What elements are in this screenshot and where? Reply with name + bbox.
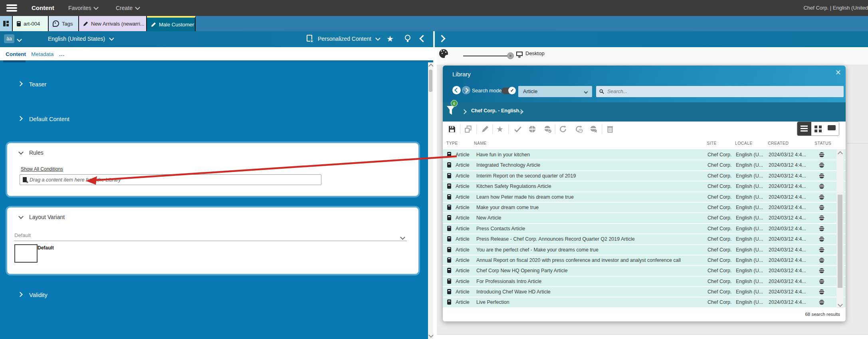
lightbulb-icon[interactable] [405, 35, 410, 40]
article-type-icon [447, 194, 451, 199]
content-mode-selector[interactable]: Personalized Content [318, 36, 380, 42]
table-row[interactable]: Article Learn how Peter made his dream c… [443, 192, 846, 202]
col-status[interactable]: STATUS [814, 141, 831, 146]
section-layout-variant[interactable]: Layout Variant [19, 214, 65, 220]
breadcrumb[interactable]: Chef Corp. - English... [471, 108, 523, 114]
publish-icon[interactable] [528, 125, 536, 133]
tab-tags[interactable]: Tags [49, 16, 79, 31]
table-row[interactable]: Article Interim Report on the second qua… [443, 171, 846, 181]
tab-art-004[interactable]: art-004 [13, 16, 49, 31]
section-rules[interactable]: Rules [19, 150, 44, 156]
create-menu[interactable]: Create [116, 5, 139, 11]
tab-metadata[interactable]: Metadata [31, 51, 54, 57]
scroll-up-icon[interactable] [838, 151, 843, 156]
collapse-left-icon[interactable] [419, 35, 426, 42]
device-slider-track [463, 56, 510, 56]
scroll-down-icon[interactable] [838, 302, 843, 307]
locale-switch-icon[interactable]: àa [4, 34, 14, 43]
table-row[interactable]: Article Chef Corp New HQ Opening Party A… [443, 266, 846, 275]
col-type[interactable]: TYPE [446, 141, 458, 146]
published-status-icon [819, 215, 824, 221]
table-row[interactable]: Article Live Perfection Chef Corp. Engli… [443, 297, 846, 307]
table-row[interactable]: Article Introducing Chef Wave HD Article… [443, 287, 846, 297]
table-row[interactable]: Article For Professionals Intro Article … [443, 277, 846, 286]
scrollbar-thumb[interactable] [429, 70, 432, 92]
published-status-icon [819, 194, 824, 200]
scroll-up-icon[interactable] [428, 64, 434, 69]
table-row[interactable]: Article Press Contacts Article Chef Corp… [443, 224, 846, 233]
scroll-down-icon[interactable] [428, 333, 434, 338]
filter-funnel-icon[interactable] [446, 106, 455, 116]
table-row[interactable]: Article You are the perfect chef - Make … [443, 245, 846, 255]
published-status-icon [819, 279, 824, 284]
table-row[interactable]: Article Kitchen Safety Regulations Artic… [443, 181, 846, 191]
bookmark-star-icon[interactable]: ★ [386, 34, 394, 44]
scrollbar-thumb[interactable] [838, 195, 842, 288]
section-teaser[interactable]: Teaser [18, 81, 46, 88]
device-slider-knob[interactable] [507, 52, 514, 59]
save-icon[interactable] [448, 125, 456, 133]
workflow-schedule-icon[interactable] [575, 125, 583, 133]
published-status-icon [819, 247, 824, 253]
history-back-button[interactable] [452, 86, 461, 94]
edit-icon[interactable] [481, 125, 489, 133]
article-type-icon [447, 215, 451, 220]
section-validity[interactable]: Validity [18, 292, 48, 298]
dashboard-tab[interactable] [0, 16, 13, 31]
copy-icon[interactable] [464, 125, 472, 133]
hamburger-menu-icon[interactable] [6, 4, 17, 12]
rules-dropzone[interactable]: Drag a content item here from the Librar… [20, 174, 321, 185]
col-site[interactable]: SITE [707, 141, 717, 146]
tab-new-arrivals[interactable]: New Arrivals (newarri... [79, 16, 147, 31]
approve-publish-icon[interactable] [544, 125, 552, 133]
document-icon [17, 21, 21, 26]
content-tab-bar: art-004 Tags New Arrivals (newarri... Ma… [0, 16, 868, 31]
content-type-select[interactable]: Article [518, 86, 592, 97]
col-name[interactable]: NAME [474, 141, 487, 146]
library-scrollbar[interactable] [836, 150, 844, 308]
app-window: Content Favorites Create Chef Corp. | En… [0, 0, 868, 339]
tab-content-active[interactable]: Content [6, 51, 26, 57]
col-created[interactable]: CREATED [768, 141, 789, 146]
layout-variant-select[interactable]: Default [14, 232, 31, 238]
form-tab-strip: Content Metadata ... [0, 47, 433, 62]
section-default-content[interactable]: Default Content [18, 116, 69, 122]
published-status-icon [819, 183, 824, 189]
tab-more[interactable]: ... [59, 51, 65, 57]
palette-icon[interactable] [439, 49, 448, 58]
table-row[interactable]: Article Integrated Technology Article Ch… [443, 160, 846, 170]
form-scrollbar[interactable] [428, 62, 433, 339]
article-type-icon [447, 257, 451, 263]
table-row[interactable]: Article Have fun in your kitchen Chef Co… [443, 150, 846, 160]
tag-icon [53, 20, 59, 27]
grid-view-button[interactable] [811, 122, 825, 136]
article-type-icon [447, 226, 451, 231]
search-mode-toggle[interactable]: ✓ [501, 88, 515, 94]
layout-option-thumbnail[interactable] [14, 244, 38, 263]
expand-right-icon[interactable] [438, 35, 445, 42]
show-all-conditions-link[interactable]: Show All Conditions [21, 166, 63, 172]
favorites-menu[interactable]: Favorites [68, 5, 98, 11]
table-row[interactable]: Article New Article Chef Corp. English (… [443, 213, 846, 223]
delete-icon[interactable] [606, 125, 614, 133]
panel-splitter[interactable] [433, 47, 437, 339]
history-forward-button[interactable] [462, 86, 470, 94]
rules-card: Rules Show All Conditions Drag a content… [7, 143, 418, 196]
withdraw-icon[interactable] [590, 125, 598, 133]
search-input[interactable] [606, 88, 840, 95]
language-selector[interactable]: English (United States) [48, 36, 113, 42]
col-locale[interactable]: LOCALE [735, 141, 753, 146]
close-icon[interactable]: × [836, 67, 841, 78]
dashboard-icon [3, 21, 9, 26]
card-view-button[interactable] [825, 122, 839, 136]
chevron-down-icon[interactable] [17, 37, 22, 42]
bookmark-icon[interactable]: ★ [496, 125, 504, 133]
table-row[interactable]: Article Annual Report on fiscal 2020 wit… [443, 255, 846, 265]
approve-icon[interactable] [514, 125, 522, 133]
table-row[interactable]: Article Make your dream come true Chef C… [443, 203, 846, 212]
table-row[interactable]: Article Press Release - Chef Corp. Annou… [443, 234, 846, 244]
tab-male-customer-active[interactable]: Male Customer × [147, 16, 196, 31]
chevron-down-icon[interactable] [400, 235, 405, 240]
list-view-button[interactable] [797, 122, 811, 136]
workflow-icon[interactable] [559, 125, 567, 133]
